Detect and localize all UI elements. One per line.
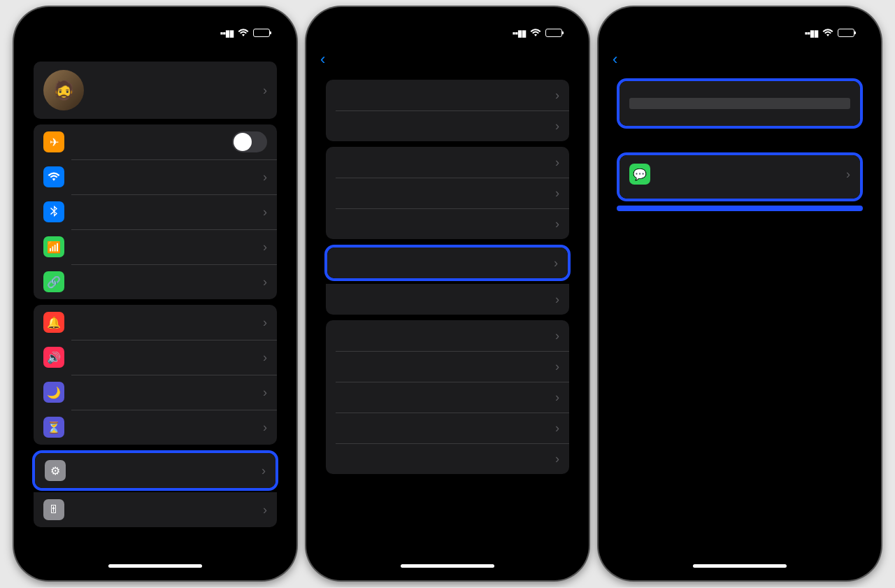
chevron-left-icon: ‹ bbox=[320, 52, 325, 67]
notch bbox=[96, 15, 215, 35]
cellular-icon: 📶 bbox=[43, 236, 64, 257]
screen-general: ▪▪▮▮ ‹ › › › › › › bbox=[315, 15, 580, 572]
handoff-row[interactable]: › bbox=[326, 178, 569, 208]
recommendation-card[interactable]: 💬 › bbox=[620, 155, 860, 199]
notifications-row[interactable]: 🔔 › bbox=[34, 305, 277, 340]
chevron-right-icon: › bbox=[846, 167, 850, 182]
wifi-icon bbox=[530, 27, 541, 39]
general-row[interactable]: ⚙︎ › bbox=[35, 453, 275, 488]
storage-content: 💬 › bbox=[607, 74, 873, 572]
chevron-right-icon: › bbox=[555, 186, 559, 201]
screen-storage: ▪▪▮▮ ‹ bbox=[607, 15, 873, 572]
battery-icon bbox=[253, 29, 270, 37]
storage-bar bbox=[629, 98, 850, 109]
apple-id-row[interactable]: 🧔 › bbox=[34, 62, 277, 119]
cellular-row[interactable]: 📶 › bbox=[34, 229, 277, 264]
wifi-row[interactable]: › bbox=[34, 159, 277, 194]
chevron-right-icon: › bbox=[555, 329, 559, 343]
sounds-row[interactable]: 🔊 › bbox=[34, 340, 277, 375]
cellular-signal-icon: ▪▪▮▮ bbox=[220, 28, 234, 38]
home-indicator[interactable] bbox=[401, 564, 494, 568]
phone-frame-storage: ▪▪▮▮ ‹ bbox=[599, 7, 881, 580]
airplane-mode-row[interactable]: ✈︎ bbox=[34, 124, 277, 159]
screentime-row[interactable]: ⏳ › bbox=[34, 410, 277, 445]
airplane-toggle[interactable] bbox=[232, 131, 267, 152]
moon-icon: 🌙 bbox=[43, 382, 64, 403]
wifi-icon bbox=[238, 27, 249, 39]
bluetooth-row[interactable]: › bbox=[34, 194, 277, 229]
status-icons: ▪▪▮▮ bbox=[513, 27, 562, 39]
background-refresh-row[interactable]: › bbox=[326, 284, 569, 315]
notch bbox=[388, 15, 507, 35]
iphone-storage-row[interactable]: › bbox=[327, 248, 568, 278]
date-time-row[interactable]: › bbox=[326, 320, 569, 351]
keyboard-row[interactable]: › bbox=[326, 351, 569, 382]
bluetooth-icon bbox=[43, 201, 64, 222]
status-icons: ▪▪▮▮ bbox=[805, 27, 854, 39]
settings-content: 🧔 › ✈︎ bbox=[22, 45, 288, 572]
recommendations-header bbox=[613, 133, 867, 148]
phone-frame-general: ▪▪▮▮ ‹ › › › › › › bbox=[306, 7, 589, 580]
chevron-right-icon: › bbox=[263, 275, 267, 289]
home-indicator[interactable] bbox=[108, 564, 202, 568]
chevron-right-icon: › bbox=[263, 420, 267, 435]
back-button[interactable]: ‹ bbox=[320, 52, 327, 67]
chevron-right-icon: › bbox=[555, 292, 559, 307]
cutoff-text bbox=[320, 480, 575, 485]
chevron-right-icon: › bbox=[555, 217, 559, 231]
page-title bbox=[28, 45, 282, 56]
fonts-row[interactable]: › bbox=[326, 382, 569, 413]
highlight-recommendation: 💬 › bbox=[617, 152, 863, 201]
highlight-storage-summary bbox=[617, 78, 863, 129]
status-icons: ▪▪▮▮ bbox=[220, 27, 270, 39]
chevron-right-icon: › bbox=[263, 350, 267, 365]
chevron-right-icon: › bbox=[263, 315, 267, 330]
chevron-right-icon: › bbox=[263, 170, 267, 185]
chevron-right-icon: › bbox=[554, 256, 558, 271]
wifi-icon bbox=[822, 27, 833, 39]
avatar: 🧔 bbox=[43, 70, 84, 110]
chevron-right-icon: › bbox=[262, 464, 266, 478]
sounds-icon: 🔊 bbox=[43, 347, 64, 368]
chevron-right-icon: › bbox=[555, 452, 559, 466]
airdrop-row[interactable]: › bbox=[326, 147, 569, 178]
chevron-right-icon: › bbox=[263, 385, 267, 400]
dnd-row[interactable]: 🌙 › bbox=[34, 375, 277, 410]
language-row[interactable]: › bbox=[326, 413, 569, 443]
sliders-icon: 🎚 bbox=[43, 499, 64, 520]
chevron-right-icon: › bbox=[555, 155, 559, 170]
hotspot-row[interactable]: 🔗 › bbox=[34, 264, 277, 299]
chevron-left-icon: ‹ bbox=[613, 52, 617, 67]
battery-icon bbox=[838, 29, 854, 37]
highlight-general: ⚙︎ › bbox=[32, 450, 278, 491]
about-row[interactable]: › bbox=[326, 80, 569, 110]
chevron-right-icon: › bbox=[263, 240, 267, 254]
wifi-settings-icon bbox=[43, 166, 64, 187]
chevron-right-icon: › bbox=[555, 359, 559, 374]
messages-icon: 💬 bbox=[629, 164, 650, 185]
dictionary-row[interactable]: › bbox=[326, 443, 569, 474]
screen-settings: ▪▪▮▮ 🧔 › bbox=[22, 15, 288, 572]
cellular-signal-icon: ▪▪▮▮ bbox=[805, 28, 818, 38]
nav-bar: ‹ bbox=[315, 45, 580, 74]
hourglass-icon: ⏳ bbox=[43, 417, 64, 438]
gear-icon: ⚙︎ bbox=[45, 460, 66, 481]
apple-id-group: 🧔 › bbox=[34, 62, 277, 119]
chevron-right-icon: › bbox=[555, 119, 559, 134]
nav-bar: ‹ bbox=[607, 45, 873, 74]
software-update-row[interactable]: › bbox=[326, 110, 569, 141]
battery-icon bbox=[545, 29, 562, 37]
home-indicator[interactable] bbox=[693, 564, 787, 568]
alerts-group: 🔔 › 🔊 › 🌙 › ⏳ › bbox=[34, 305, 277, 445]
back-button[interactable]: ‹ bbox=[613, 52, 619, 67]
hotspot-icon: 🔗 bbox=[43, 271, 64, 292]
notifications-icon: 🔔 bbox=[43, 312, 64, 333]
airplane-icon: ✈︎ bbox=[43, 131, 64, 152]
chevron-right-icon: › bbox=[263, 503, 267, 517]
chevron-right-icon: › bbox=[263, 205, 267, 220]
chevron-right-icon: › bbox=[263, 83, 267, 98]
carplay-row[interactable]: › bbox=[326, 208, 569, 239]
control-center-row[interactable]: 🎚 › bbox=[34, 492, 277, 527]
storage-summary-card bbox=[620, 81, 860, 126]
general-content: › › › › › › › › › › › › bbox=[315, 74, 580, 572]
